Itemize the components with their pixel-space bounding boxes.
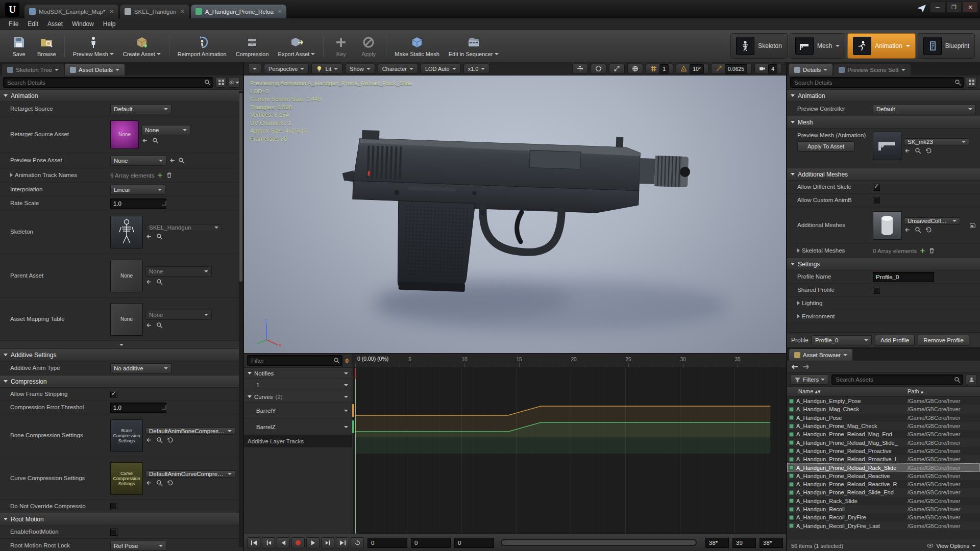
rate-scale-input[interactable] <box>110 198 166 209</box>
range-start-box[interactable]: 0 <box>411 538 451 548</box>
asset-row[interactable]: A_Handgun_Recoil /Game/GBCore/Inver <box>787 505 980 513</box>
additive-anim-type-dropdown[interactable]: No additive <box>110 363 172 373</box>
menu-item[interactable]: Edit <box>23 19 43 29</box>
browse-to-asset-icon[interactable] <box>156 279 163 285</box>
tab-close-icon[interactable]: ✕ <box>180 9 184 14</box>
scale-snap-toggle[interactable]: 0.0625 <box>711 64 752 74</box>
use-selected-icon[interactable] <box>904 147 911 154</box>
step-backward-button[interactable] <box>262 537 275 548</box>
playhead-marker[interactable] <box>355 368 356 379</box>
key-button[interactable]: Key <box>327 33 355 59</box>
go-to-start-button[interactable] <box>247 537 260 548</box>
remove-profile-button[interactable]: Remove Profile <box>918 335 969 346</box>
track-barrel-y[interactable]: BarrelY <box>244 403 352 419</box>
curve-compression-dropdown[interactable]: DefaultAnimCurveCompressionSetting <box>145 470 235 478</box>
grid-view-button[interactable] <box>966 77 977 88</box>
asset-row[interactable]: A_Handgun_Prone_Reload_Rack_Slide /Game/… <box>787 463 980 471</box>
rotate-tool-button[interactable] <box>591 64 606 74</box>
grid-view-button[interactable] <box>215 77 227 88</box>
tab-preview-scene-settings[interactable]: Preview Scene Sett <box>834 64 910 76</box>
reset-to-default-icon[interactable] <box>167 480 174 486</box>
play-forward-button[interactable] <box>306 537 320 548</box>
bone-compression-dropdown[interactable]: DefaultAnimBoneCompressionSetting <box>145 428 235 435</box>
make-static-mesh-button[interactable]: Make Static Mesh <box>390 33 444 59</box>
lit-button[interactable]: Lit <box>311 64 342 74</box>
use-selected-icon[interactable] <box>145 480 152 486</box>
section-additive-settings[interactable]: Additive Settings <box>0 349 243 361</box>
use-selected-icon[interactable] <box>904 227 911 233</box>
browse-to-asset-icon[interactable] <box>915 147 921 154</box>
section-settings[interactable]: Settings <box>787 258 980 270</box>
section-mesh[interactable]: Mesh <box>787 116 980 129</box>
viewport-canvas[interactable]: Previewing Animation A_Handgun_Prone_Rel… <box>244 76 786 353</box>
column-path[interactable]: Path ▴ <box>908 388 980 395</box>
left-panel-scrollbar[interactable] <box>239 91 243 547</box>
use-selected-icon[interactable] <box>145 233 152 240</box>
record-button[interactable] <box>291 537 305 548</box>
section-animation[interactable]: Animation <box>0 90 243 102</box>
trash-icon[interactable] <box>166 172 173 179</box>
asset-row[interactable]: A_Handgun_Recoil_DryFire /Game/GBCore/In… <box>787 513 980 521</box>
track-barrel-z[interactable]: BarrelZ <box>244 419 352 435</box>
browse-to-asset-icon[interactable] <box>156 480 163 486</box>
asset-row[interactable]: A_Handgun_Prone_Reload_Proactive /Game/G… <box>787 447 980 455</box>
asset-mapping-dropdown[interactable]: None <box>145 310 212 320</box>
timeline-scrollbar[interactable] <box>501 539 697 546</box>
mode-blueprint[interactable]: Blueprint <box>918 33 975 59</box>
translate-tool-button[interactable] <box>572 64 588 74</box>
playhead-line[interactable] <box>355 368 356 534</box>
asset-row[interactable]: A_Handgun_Prone_Reload_Mag_Slide_ /Game/… <box>787 438 980 446</box>
section-compression[interactable]: Compression <box>0 375 243 388</box>
skeleton-dropdown[interactable]: SKEL_Handgun <box>145 224 222 231</box>
filters-button[interactable]: Filters <box>790 374 829 385</box>
use-selected-icon[interactable] <box>145 322 152 329</box>
retarget-source-asset-dropdown[interactable]: None <box>141 125 190 135</box>
asset-row[interactable]: A_Handgun_Prone_Reload_Proactive_I /Game… <box>787 455 980 463</box>
section-root-motion[interactable]: Root Motion <box>0 513 243 525</box>
tab-skeleton-tree[interactable]: Skeleton Tree <box>2 64 64 76</box>
allow-frame-stripping-checkbox[interactable] <box>110 391 117 398</box>
chevron-down-icon[interactable] <box>344 372 348 374</box>
reimport-animation-button[interactable]: Reimport Animation <box>173 33 231 59</box>
mode-animation[interactable]: Animation <box>847 33 915 59</box>
row-environment[interactable]: Environment <box>787 310 980 323</box>
range-end-box[interactable]: 38* <box>705 538 729 548</box>
timeline-filter-input[interactable] <box>247 355 342 366</box>
chevron-down-icon[interactable] <box>344 426 348 428</box>
step-forward-button[interactable] <box>321 537 334 548</box>
export-asset-button[interactable]: Export Asset <box>274 33 320 59</box>
track-curves[interactable]: Curves(2) <box>244 391 352 403</box>
use-selected-icon[interactable] <box>141 137 148 144</box>
show-button[interactable]: Show <box>345 64 375 74</box>
playback-speed-button[interactable]: x1.0 <box>463 64 490 74</box>
tab-asset-details[interactable]: Asset Details <box>65 64 125 76</box>
timeline-ruler[interactable]: 0 (0.00) (0%) 5101520253035 <box>352 354 786 367</box>
doc-tab-animation[interactable]: A_Handgun_Prone_Reloa ✕ <box>191 5 287 18</box>
rotation-snap-value[interactable]: 10° <box>690 64 704 73</box>
curve-compression-thumbnail[interactable]: Curve Compression Settings <box>110 462 143 495</box>
browse-button[interactable]: Browse <box>33 33 61 59</box>
tab-details[interactable]: Details <box>789 64 832 76</box>
asset-row[interactable]: A_Handgun_Prone_Reload_Mag_End /Game/GBC… <box>787 430 980 438</box>
additional-meshes-dropdown[interactable]: UnsavedCollection <box>904 217 960 224</box>
doc-tab-map[interactable]: ModSDK_Example_Map* ✕ <box>24 5 118 18</box>
section-additional-meshes[interactable]: Additional Meshes <box>787 168 980 181</box>
close-button[interactable]: ✕ <box>963 2 978 13</box>
loop-button[interactable] <box>351 537 364 548</box>
perspective-button[interactable]: Perspective <box>264 64 309 74</box>
go-to-end-button[interactable] <box>336 537 349 548</box>
mode-skeleton[interactable]: Skeleton <box>730 33 788 59</box>
send-feedback-icon[interactable] <box>917 4 927 13</box>
loop-end-box[interactable]: 38* <box>760 538 783 548</box>
additional-meshes-thumbnail[interactable] <box>873 211 901 240</box>
mode-mesh[interactable]: Mesh <box>790 33 845 59</box>
asset-row[interactable]: A_Handgun_Rack_Slide /Game/GBCore/Inver <box>787 497 980 505</box>
expand-arrow-icon[interactable] <box>797 248 800 253</box>
parent-asset-dropdown[interactable]: None <box>145 266 212 277</box>
save-button[interactable]: Save <box>5 33 33 59</box>
do-not-override-checkbox[interactable] <box>110 503 117 510</box>
asset-row[interactable]: A_Handgun_Prone_Reload_Slide_End /Game/G… <box>787 488 980 496</box>
asset-row[interactable]: A_Handgun_Mag_Check /Game/GBCore/Inver <box>787 405 980 413</box>
section-animation[interactable]: Animation <box>787 90 980 102</box>
browse-to-asset-icon[interactable] <box>915 227 921 233</box>
